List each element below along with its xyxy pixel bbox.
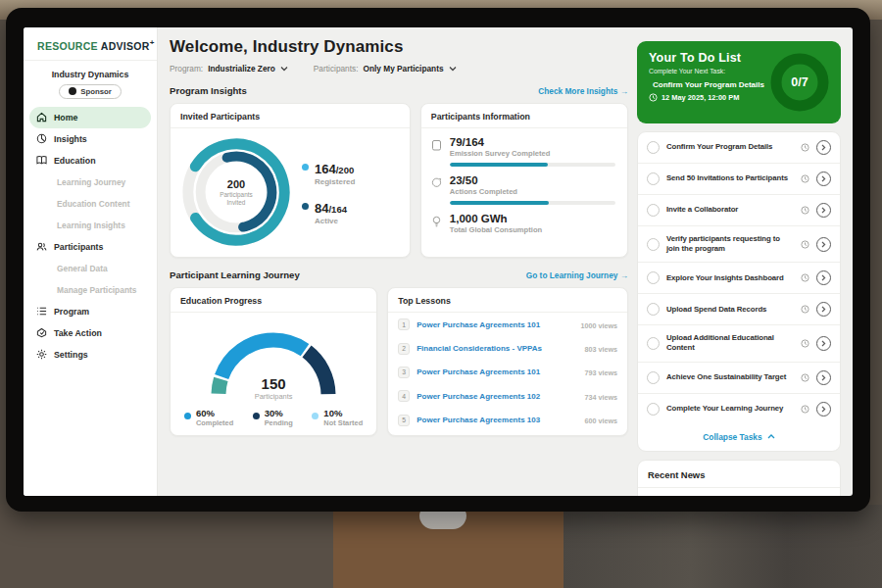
task-row: Explore Your Insights Dashboard [638,263,840,294]
stat-value: 79/164 [450,136,615,148]
task-checkbox[interactable] [647,271,660,284]
sidebar-item-learning-journey[interactable]: Learning Journey [24,172,157,193]
consumption-stat: 1,000 GWh Total Global Consumption [421,205,627,234]
task-row: Send 50 Invitations to Participants [638,164,840,195]
todo-due-date: 12 May 2025, 12:00 PM [662,93,739,102]
sidebar-item-insights[interactable]: Insights [24,128,157,150]
task-open-button[interactable] [816,270,831,285]
logo-primary: RESOURCE [37,40,98,52]
todo-tasks-card: Confirm Your Program Details Send 50 Inv… [637,131,841,452]
task-open-button[interactable] [816,370,831,385]
education-progress-card: Education Progress 150 Participants [170,287,377,436]
book-icon [36,155,47,166]
task-checkbox[interactable] [647,303,660,316]
task-open-button[interactable] [816,203,831,218]
task-open-button[interactable] [816,402,831,416]
recent-news-card: Recent News [637,460,841,497]
sidebar-item-general-data[interactable]: General Data [24,258,157,279]
invited-donut-chart: 200 Participants Invited [178,134,294,250]
task-checkbox[interactable] [647,204,660,217]
lesson-link[interactable]: Power Purchase Agreements 101 [416,368,577,376]
task-open-button[interactable] [816,302,831,317]
invited-participants-card: Invited Participants 200 Participants In… [170,103,411,258]
go-to-learning-journey-link[interactable]: Go to Learning Journey → [526,270,628,280]
task-open-button[interactable] [816,336,831,351]
sidebar-item-take-action[interactable]: Take Action [24,322,157,344]
sidebar-item-label: Learning Insights [57,220,125,230]
task-row: Verify participants requesting to join t… [638,226,840,263]
sidebar-item-label: Settings [54,350,88,360]
lesson-link[interactable]: Power Purchase Agreements 102 [416,392,577,401]
completed-dot-icon [184,413,191,419]
program-filter-value: Industrialize Zero [208,64,275,74]
lesson-link[interactable]: Power Purchase Agreements 101 [416,320,573,329]
stat-label: Actions Completed [450,187,615,196]
stat-value: 23/50 [450,174,615,186]
task-checkbox[interactable] [647,371,660,384]
todo-title: Your To Do List [649,51,762,65]
gear-icon [36,349,47,360]
task-label: Achieve One Sustainability Target [666,372,794,382]
recent-news-heading: Recent News [638,461,840,488]
gauge-total: 150 [205,375,342,392]
task-checkbox[interactable] [647,141,660,154]
task-checkbox[interactable] [647,403,660,416]
task-checkbox[interactable] [647,238,660,251]
task-open-button[interactable] [816,172,831,186]
lesson-link[interactable]: Power Purchase Agreements 103 [416,416,577,424]
sidebar-item-label: Program [54,307,89,317]
participants-filter-value: Only My Participants [363,64,443,74]
sidebar-item-program[interactable]: Program [24,301,157,322]
sponsor-label: Sponsor [80,87,112,96]
clock-icon [801,273,809,282]
logo-secondary: ADVISOR [101,40,150,52]
sidebar-item-settings[interactable]: Settings [24,344,157,366]
sidebar-item-label: Insights [54,134,87,144]
sidebar-item-manage-participants[interactable]: Manage Participants [24,279,157,301]
task-checkbox[interactable] [647,172,660,185]
sidebar-nav: Home Insights Education Learning Journey… [24,107,157,366]
not-started-legend-item: 10%Not Started [312,409,363,427]
invited-total: 200 [227,178,245,190]
check-more-insights-link[interactable]: Check More Insights → [538,86,628,96]
sponsor-badge[interactable]: Sponsor [59,84,122,99]
clock-icon [801,240,809,249]
chevron-right-icon [821,241,826,248]
participants-filter-dropdown[interactable]: Participants: Only My Participants [314,64,457,74]
clock-icon [649,93,658,102]
dashboard-screen: RESOURCE ADVISOR+ Industry Dynamics Spon… [24,27,853,496]
background-window-blur [564,505,882,588]
sidebar-item-participants[interactable]: Participants [24,236,157,258]
pending-dot-icon [253,413,260,419]
education-gauge-chart: 150 Participants [205,322,342,401]
task-checkbox[interactable] [647,337,660,350]
not-started-dot-icon [312,413,318,419]
todo-header-card: Your To Do List Complete Your Next Task:… [637,41,841,123]
lesson-row: 3 Power Purchase Agreements 101 793 view… [388,361,627,384]
collapse-tasks-link[interactable]: Collapse Tasks [638,424,840,451]
sidebar-item-education-content[interactable]: Education Content [24,193,157,215]
task-open-button[interactable] [816,237,831,252]
task-open-button[interactable] [816,140,831,155]
logo-plus: + [150,38,155,47]
program-filter-dropdown[interactable]: Program: Industrialize Zero [170,64,288,74]
sidebar: RESOURCE ADVISOR+ Industry Dynamics Spon… [24,27,158,496]
card-title: Participants Information [421,104,627,128]
sponsor-icon [69,87,76,95]
sidebar-item-home[interactable]: Home [29,107,151,128]
main-content: Welcome, Industry Dynamics Program: Indu… [158,27,637,496]
monitor-bezel: RESOURCE ADVISOR+ Industry Dynamics Spon… [6,8,870,512]
lesson-views: 600 views [584,415,617,425]
sidebar-item-education[interactable]: Education [24,150,157,172]
lesson-link[interactable]: Financial Considerations - VPPAs [416,344,577,353]
task-label: Upload Spend Data Records [666,305,794,315]
gauge-total-label: Participants [205,392,342,401]
todo-panel: Your To Do List Complete Your Next Task:… [637,27,853,496]
lesson-row: 2 Financial Considerations - VPPAs 803 v… [388,336,627,360]
pending-legend-item: 30%Pending [253,409,293,427]
clock-icon [801,305,809,314]
home-icon [36,112,47,122]
sidebar-item-learning-insights[interactable]: Learning Insights [24,215,157,236]
app-logo: RESOURCE ADVISOR+ [24,27,157,61]
top-lessons-card: Top Lessons 1 Power Purchase Agreements … [387,287,628,436]
